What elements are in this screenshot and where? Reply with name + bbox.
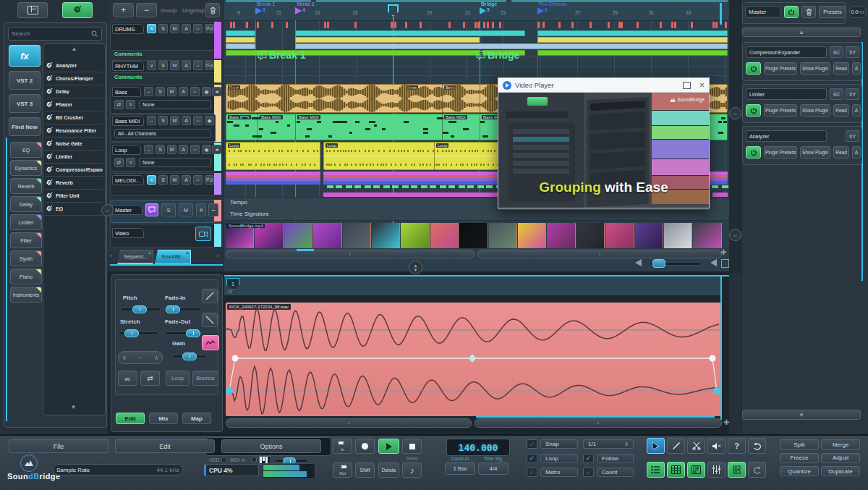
loop-button[interactable]: Loop [166, 371, 190, 386]
punch-out-button[interactable]: Out [333, 462, 352, 478]
marker-flag-icon[interactable] [537, 7, 544, 14]
gain-slider[interactable] [172, 355, 207, 358]
stop-button[interactable] [402, 439, 422, 454]
plugin-item-compressor-expande[interactable]: Compressor/Expande [45, 164, 103, 177]
track-name-bass[interactable]: Bass [112, 87, 141, 97]
solo-button[interactable]: S [156, 145, 165, 154]
chain-collapse-bar[interactable]: ▲ [742, 28, 861, 37]
record-arm-button[interactable]: ◉ [202, 145, 211, 154]
chain-collapse-bottom[interactable]: ▼ [742, 410, 861, 420]
show-plugin-button[interactable]: Show Plugin [800, 146, 830, 159]
plugin-power-button[interactable] [746, 104, 761, 117]
xy-button[interactable]: XY [846, 88, 859, 100]
plugin-item-resonance-filter[interactable]: Resonance Filter [45, 124, 103, 138]
plugin-item-eq[interactable]: EQ [45, 203, 103, 216]
mute-tool-button[interactable] [707, 438, 726, 454]
checkbox-metro[interactable]: ✓ [527, 468, 537, 477]
marker-flag-icon[interactable] [255, 7, 262, 14]
master-automation-button[interactable]: A [196, 203, 206, 216]
checkbox-count[interactable]: ✓ [583, 468, 594, 477]
video-thumbnail[interactable] [693, 223, 721, 248]
fade-out-slider[interactable] [165, 331, 201, 335]
timeline-vscroll-indicator[interactable] [720, 3, 722, 25]
mute-button[interactable]: M [170, 24, 179, 33]
sidechain-button[interactable]: SC [830, 88, 843, 100]
video-thumbnail[interactable] [430, 223, 459, 248]
action-split[interactable]: Split [780, 439, 819, 449]
plugin-item-reverb[interactable]: Reverb [45, 177, 103, 190]
link-button[interactable] [205, 175, 214, 185]
envelope-node[interactable] [468, 354, 476, 362]
add-track-button[interactable]: + [113, 3, 134, 17]
infinite-loop-button[interactable]: ∞ [118, 371, 137, 386]
checkbox-follow[interactable]: ✓ [583, 454, 594, 463]
video-thumbnail[interactable] [664, 223, 692, 248]
group-clip-strip[interactable] [226, 37, 255, 43]
shift-button[interactable]: Shift [355, 462, 375, 478]
fade-out-curve-button[interactable] [202, 313, 218, 327]
split-view-button[interactable] [728, 462, 746, 478]
ungroup-button[interactable]: Ungroup [182, 7, 205, 14]
master-solo-button[interactable]: ·S· [161, 203, 176, 216]
collapse-group-button[interactable]: ∧ [147, 24, 156, 33]
solo-button[interactable]: S [158, 116, 168, 125]
master-chain-power-button[interactable] [784, 6, 799, 18]
group-clip-strip[interactable] [537, 50, 728, 56]
automation-button[interactable]: A [179, 145, 188, 154]
group-clip-strip[interactable] [226, 43, 255, 49]
toggle-follow[interactable]: Follow [597, 454, 634, 463]
toggle-metro[interactable]: Metro [540, 468, 578, 477]
master-chain-delete-button[interactable] [801, 6, 816, 18]
plugin-name-field[interactable]: Compressor/Expander [746, 46, 827, 58]
close-icon[interactable]: × [186, 250, 189, 255]
envelope-edge-node[interactable] [713, 387, 720, 394]
menu-options[interactable]: Options [221, 439, 321, 453]
category-scrollbar[interactable] [6, 138, 7, 421]
layout-panel-button[interactable] [17, 2, 48, 18]
pitch-slider[interactable] [120, 308, 161, 311]
envelope-button[interactable]: ∼ [193, 116, 203, 125]
fade-in-curve-button[interactable] [202, 289, 218, 303]
video-thumbnail[interactable] [576, 223, 605, 248]
plugin-browser-toggle-button[interactable] [62, 2, 93, 18]
cut-tool-button[interactable] [687, 438, 705, 454]
a-b-button[interactable]: A [852, 62, 861, 75]
io-button[interactable]: ↔ [144, 145, 153, 154]
master-chain-name-field[interactable]: Master [745, 6, 781, 18]
read-automation-button[interactable]: Read [833, 146, 849, 159]
automation-button[interactable]: A [182, 61, 191, 70]
track-name-rhythm[interactable]: RHYTHM [112, 61, 144, 71]
sidechain-button[interactable]: SC [830, 46, 843, 58]
divider-collapse-handle-2[interactable]: ‹› [729, 229, 741, 241]
count-in-value[interactable]: 1 Bar [445, 462, 475, 475]
metronome-note-button[interactable]: ♪ [402, 462, 422, 478]
maximize-icon[interactable] [683, 82, 691, 89]
video-camera-button[interactable] [195, 227, 211, 241]
close-icon[interactable]: × [148, 250, 151, 255]
group-clip-strip[interactable] [295, 30, 525, 36]
envelope-button[interactable]: ∼ [193, 175, 203, 185]
a-b-button[interactable]: A [852, 104, 861, 117]
group-clip-strip[interactable] [295, 37, 480, 43]
envelope-edge-node[interactable] [226, 387, 233, 394]
plugin-item-limiter[interactable]: Limiter [45, 151, 103, 164]
video-player-window[interactable]: Video Player × [498, 77, 710, 210]
mute-button[interactable]: M [170, 61, 179, 70]
track-name-drums[interactable]: DRUMS [112, 24, 144, 34]
mute-button[interactable]: M [170, 116, 179, 125]
group-clip-strip[interactable] [537, 30, 728, 36]
timeline-pan-tool[interactable]: ✚ [720, 248, 726, 256]
category-filter[interactable]: Filter [10, 232, 42, 248]
envelope-button[interactable]: ∼ [193, 61, 203, 70]
automation-button[interactable]: A [182, 24, 191, 33]
delete-button[interactable]: Delete [378, 462, 399, 478]
record-arm-button[interactable]: ◉ [205, 116, 214, 125]
master-mute-button[interactable]: ·M· [179, 203, 193, 216]
tabs-scroll-right[interactable]: › [217, 253, 219, 259]
checkbox-snap[interactable]: ✓ [527, 439, 537, 449]
video-thumbnail[interactable] [605, 223, 634, 248]
track-name-master[interactable]: Master [112, 205, 142, 215]
select-tool-button[interactable] [647, 438, 665, 454]
menu-file[interactable]: File [9, 439, 109, 453]
menu-button[interactable]: ≡ [126, 100, 135, 109]
